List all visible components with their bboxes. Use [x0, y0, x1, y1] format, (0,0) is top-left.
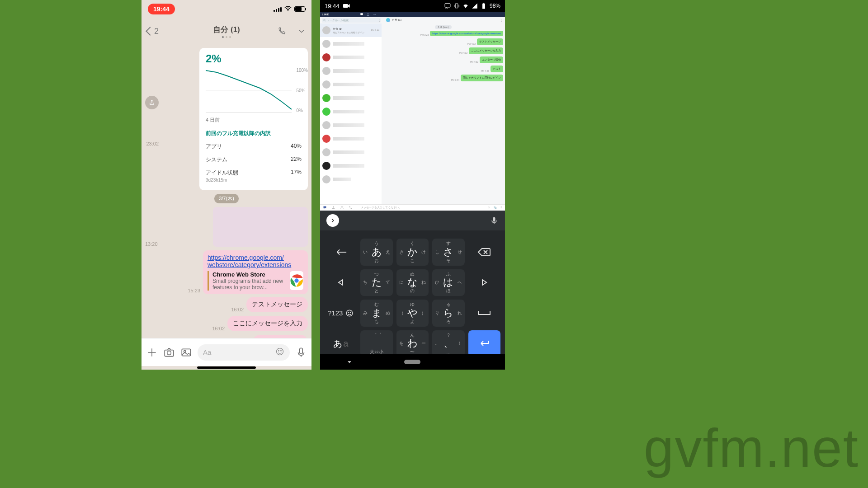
- sidebar-item[interactable]: [320, 37, 382, 51]
- svg-point-12: [278, 351, 279, 352]
- wifi-icon: [462, 3, 469, 9]
- call-icon[interactable]: [277, 27, 286, 36]
- key-ra[interactable]: るりられろ: [432, 300, 464, 327]
- home-indicator[interactable]: [197, 366, 256, 369]
- key-sa[interactable]: すしさせそ: [432, 239, 464, 266]
- plus-icon[interactable]: [146, 347, 158, 358]
- battery-percent: 2%: [206, 52, 302, 65]
- line-message-bubble[interactable]: https://chrome.google.com/webstore/categ…: [430, 31, 503, 36]
- sidebar-item[interactable]: [320, 159, 382, 173]
- link-message[interactable]: https://chrome.google.com/webstore/categ…: [203, 250, 308, 294]
- expand-button[interactable]: [326, 214, 339, 227]
- line-chat-pane[interactable]: 3.11 (Mon) PM 3:23https://chrome.google.…: [382, 23, 505, 204]
- key-backspace[interactable]: [467, 237, 502, 267]
- line-message-bubble[interactable]: エンターで送信: [480, 56, 503, 63]
- blurred-image-msg[interactable]: [213, 207, 308, 247]
- camera-icon[interactable]: [163, 347, 175, 358]
- chat-tab-icon[interactable]: [360, 13, 363, 16]
- sidebar-item[interactable]: [320, 132, 382, 145]
- y-tick: 50%: [296, 88, 308, 93]
- sidebar-item[interactable]: [320, 51, 382, 64]
- message-input[interactable]: Aa: [198, 344, 290, 361]
- sidebar-item-sub: 同じアカウントに同時ログイン: [333, 31, 364, 34]
- key-cursor-left[interactable]: [323, 267, 359, 298]
- line-input-bar: メッセージを入力してください。 ☺ 📎 ≡: [320, 204, 505, 211]
- line-logo: LINE: [322, 13, 329, 16]
- contacts-tab-icon[interactable]: [366, 13, 370, 16]
- footer-contact-icon[interactable]: [331, 206, 335, 210]
- svg-point-30: [348, 312, 349, 313]
- message-bubble[interactable]: エンターで送信: [253, 335, 308, 338]
- more-tab-icon[interactable]: [373, 13, 376, 16]
- footer-settings-icon[interactable]: ≡: [500, 206, 502, 209]
- svg-rect-28: [493, 217, 495, 222]
- chat-title: 自分 (1): [213, 24, 240, 35]
- svg-point-13: [281, 351, 282, 352]
- key-na[interactable]: ぬになねの: [396, 269, 429, 296]
- key-ta[interactable]: つちたてと: [360, 269, 392, 296]
- line-message-bubble[interactable]: テストメッセージ: [477, 38, 503, 45]
- chat-menu-icon[interactable]: ⋮: [500, 18, 503, 22]
- key-a[interactable]: ういあえお: [360, 239, 392, 266]
- sidebar-item[interactable]: [320, 118, 382, 132]
- key-ya[interactable]: ゆ（や）よ: [396, 300, 429, 327]
- card-row: システム22%: [206, 153, 302, 166]
- key-ka[interactable]: くきかけこ: [396, 239, 429, 266]
- key-space[interactable]: [467, 298, 502, 328]
- nav-back-icon[interactable]: [346, 358, 353, 366]
- message-bubble[interactable]: ここにメッセージを入力: [227, 316, 308, 331]
- line-message-bubble[interactable]: テスト: [491, 66, 503, 72]
- footer-call-icon[interactable]: [349, 206, 353, 210]
- message-link[interactable]: https://chrome.google.com/webstore/categ…: [432, 32, 501, 35]
- share-button[interactable]: [145, 96, 159, 109]
- emoji-icon[interactable]: [275, 347, 284, 357]
- key-cursor-right[interactable]: [467, 267, 502, 298]
- line-message-bubble[interactable]: 同じアカウントに同時ログイン: [461, 75, 503, 81]
- back-button[interactable]: 2: [147, 27, 159, 36]
- avatar: [386, 18, 390, 22]
- line-sidebar[interactable]: 自分 (1) 同じアカウントに同時ログイン PM 7:44: [320, 23, 382, 204]
- line-chat-title: 自分 (1): [392, 18, 401, 22]
- sidebar-item[interactable]: [320, 145, 382, 159]
- svg-rect-15: [343, 4, 348, 8]
- line-message-bubble[interactable]: ここにメッセージを入力: [469, 47, 503, 54]
- message-bubble[interactable]: テストメッセージ: [246, 297, 308, 312]
- sidebar-item[interactable]: [320, 78, 382, 91]
- svg-rect-14: [300, 348, 303, 354]
- sidebar-item[interactable]: [320, 64, 382, 78]
- search-input[interactable]: トークルーム検索: [322, 18, 381, 23]
- msg-time: 13:20: [145, 241, 158, 247]
- mic-icon[interactable]: [490, 216, 499, 225]
- message-link[interactable]: https://chrome.google.com/webstore/categ…: [208, 254, 291, 268]
- sidebar-item[interactable]: [320, 105, 382, 118]
- key-punct[interactable]: ？。、！…: [432, 330, 464, 357]
- key-symbols[interactable]: ?123: [323, 298, 359, 328]
- wifi-icon: [284, 5, 292, 13]
- page-dots: [213, 36, 240, 38]
- back-count: 2: [154, 27, 159, 36]
- key-ma[interactable]: むみまめも: [360, 300, 392, 327]
- footer-emoji-icon[interactable]: ☺: [487, 206, 490, 209]
- msg-time: PM 4:02: [459, 52, 467, 54]
- chat-scroll[interactable]: 23:02 2% 100% 50% 0%: [142, 44, 311, 338]
- sidebar-item[interactable]: [320, 173, 382, 186]
- chevron-down-icon[interactable]: [297, 27, 306, 36]
- image-icon[interactable]: [180, 347, 192, 358]
- svg-point-8: [167, 351, 171, 355]
- svg-point-31: [350, 312, 351, 313]
- key-enter[interactable]: [468, 330, 500, 357]
- line-input-placeholder[interactable]: メッセージを入力してください。: [361, 206, 401, 210]
- footer-group-icon[interactable]: [340, 206, 344, 210]
- footer-chat-icon[interactable]: [323, 206, 327, 210]
- key-left[interactable]: [323, 237, 359, 267]
- sidebar-item[interactable]: 自分 (1) 同じアカウントに同時ログイン PM 7:44: [320, 23, 382, 37]
- ios-phone-frame: 19:44 2 自分 (1): [142, 0, 311, 370]
- sidebar-item[interactable]: [320, 91, 382, 105]
- key-dakuten[interactable]: ゛゜大⇔小: [360, 330, 392, 357]
- key-wa[interactable]: んをわー〜: [396, 330, 429, 357]
- sidebar-menu-icon[interactable]: ⋮: [378, 18, 382, 22]
- key-ha[interactable]: ふひはへほ: [432, 269, 464, 296]
- mic-icon[interactable]: [295, 347, 307, 358]
- nav-home-pill[interactable]: [404, 360, 420, 364]
- footer-attach-icon[interactable]: 📎: [494, 206, 497, 209]
